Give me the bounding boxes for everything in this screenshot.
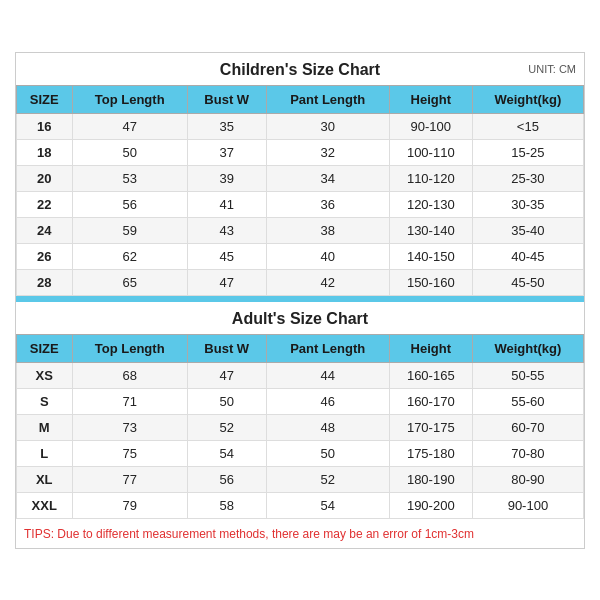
table-cell: 56	[72, 191, 187, 217]
table-cell: 54	[266, 492, 389, 518]
table-cell: 47	[187, 362, 266, 388]
table-cell: 110-120	[389, 165, 472, 191]
table-row: 18503732100-11015-25	[17, 139, 584, 165]
table-cell: 90-100	[389, 113, 472, 139]
table-row: S715046160-17055-60	[17, 388, 584, 414]
table-cell: 47	[72, 113, 187, 139]
table-cell: 180-190	[389, 466, 472, 492]
table-cell: XS	[17, 362, 73, 388]
table-cell: 62	[72, 243, 187, 269]
table-cell: 140-150	[389, 243, 472, 269]
table-cell: 26	[17, 243, 73, 269]
table-row: L755450175-18070-80	[17, 440, 584, 466]
table-cell: 35-40	[472, 217, 583, 243]
table-row: M735248170-17560-70	[17, 414, 584, 440]
table-cell: 20	[17, 165, 73, 191]
table-cell: 55-60	[472, 388, 583, 414]
table-cell: 73	[72, 414, 187, 440]
children-header-row: SIZE Top Length Bust W Pant Length Heigh…	[17, 85, 584, 113]
children-table: SIZE Top Length Bust W Pant Length Heigh…	[16, 85, 584, 296]
table-cell: 53	[72, 165, 187, 191]
table-cell: 45	[187, 243, 266, 269]
table-cell: 79	[72, 492, 187, 518]
table-row: XL775652180-19080-90	[17, 466, 584, 492]
table-cell: 41	[187, 191, 266, 217]
table-cell: 60-70	[472, 414, 583, 440]
table-row: 28654742150-16045-50	[17, 269, 584, 295]
table-cell: 15-25	[472, 139, 583, 165]
adults-col-top-length: Top Length	[72, 334, 187, 362]
adults-col-size: SIZE	[17, 334, 73, 362]
table-cell: 32	[266, 139, 389, 165]
adults-col-bust-w: Bust W	[187, 334, 266, 362]
table-cell: 30	[266, 113, 389, 139]
table-cell: 70-80	[472, 440, 583, 466]
table-cell: 90-100	[472, 492, 583, 518]
table-row: 20533934110-12025-30	[17, 165, 584, 191]
table-cell: 59	[72, 217, 187, 243]
table-cell: 170-175	[389, 414, 472, 440]
table-cell: 190-200	[389, 492, 472, 518]
adults-title-row: Adult's Size Chart	[16, 302, 584, 334]
table-cell: 16	[17, 113, 73, 139]
table-cell: 37	[187, 139, 266, 165]
table-cell: 50	[266, 440, 389, 466]
table-cell: 30-35	[472, 191, 583, 217]
adults-header-row: SIZE Top Length Bust W Pant Length Heigh…	[17, 334, 584, 362]
adults-col-height: Height	[389, 334, 472, 362]
children-col-bust-w: Bust W	[187, 85, 266, 113]
table-cell: 120-130	[389, 191, 472, 217]
table-cell: 43	[187, 217, 266, 243]
table-cell: 40-45	[472, 243, 583, 269]
table-cell: 65	[72, 269, 187, 295]
table-cell: 18	[17, 139, 73, 165]
table-cell: 160-165	[389, 362, 472, 388]
table-cell: XL	[17, 466, 73, 492]
adults-title: Adult's Size Chart	[232, 310, 368, 327]
children-col-pant-length: Pant Length	[266, 85, 389, 113]
table-cell: 50	[72, 139, 187, 165]
table-cell: 25-30	[472, 165, 583, 191]
children-col-size: SIZE	[17, 85, 73, 113]
table-cell: 36	[266, 191, 389, 217]
table-cell: 44	[266, 362, 389, 388]
tips-text: TIPS: Due to different measurement metho…	[24, 527, 474, 541]
table-cell: 42	[266, 269, 389, 295]
table-cell: M	[17, 414, 73, 440]
table-cell: 52	[187, 414, 266, 440]
table-cell: 71	[72, 388, 187, 414]
table-cell: 54	[187, 440, 266, 466]
table-cell: XXL	[17, 492, 73, 518]
table-cell: 35	[187, 113, 266, 139]
table-cell: 40	[266, 243, 389, 269]
children-col-height: Height	[389, 85, 472, 113]
table-cell: 77	[72, 466, 187, 492]
table-row: 26624540140-15040-45	[17, 243, 584, 269]
table-cell: 50-55	[472, 362, 583, 388]
table-cell: 22	[17, 191, 73, 217]
table-cell: 50	[187, 388, 266, 414]
table-cell: 45-50	[472, 269, 583, 295]
children-title: Children's Size Chart	[220, 61, 380, 78]
table-cell: 24	[17, 217, 73, 243]
table-row: 22564136120-13030-35	[17, 191, 584, 217]
table-cell: 175-180	[389, 440, 472, 466]
table-cell: 80-90	[472, 466, 583, 492]
table-cell: 150-160	[389, 269, 472, 295]
table-row: 24594338130-14035-40	[17, 217, 584, 243]
adults-col-weight: Weight(kg)	[472, 334, 583, 362]
table-cell: 39	[187, 165, 266, 191]
table-cell: 100-110	[389, 139, 472, 165]
table-cell: 56	[187, 466, 266, 492]
table-cell: 47	[187, 269, 266, 295]
children-col-weight: Weight(kg)	[472, 85, 583, 113]
table-row: XXL795854190-20090-100	[17, 492, 584, 518]
table-cell: <15	[472, 113, 583, 139]
table-cell: 160-170	[389, 388, 472, 414]
table-cell: 58	[187, 492, 266, 518]
table-cell: 75	[72, 440, 187, 466]
table-cell: 38	[266, 217, 389, 243]
table-cell: 48	[266, 414, 389, 440]
chart-wrapper: Children's Size Chart UNIT: CM SIZE Top …	[15, 52, 585, 549]
table-row: XS684744160-16550-55	[17, 362, 584, 388]
